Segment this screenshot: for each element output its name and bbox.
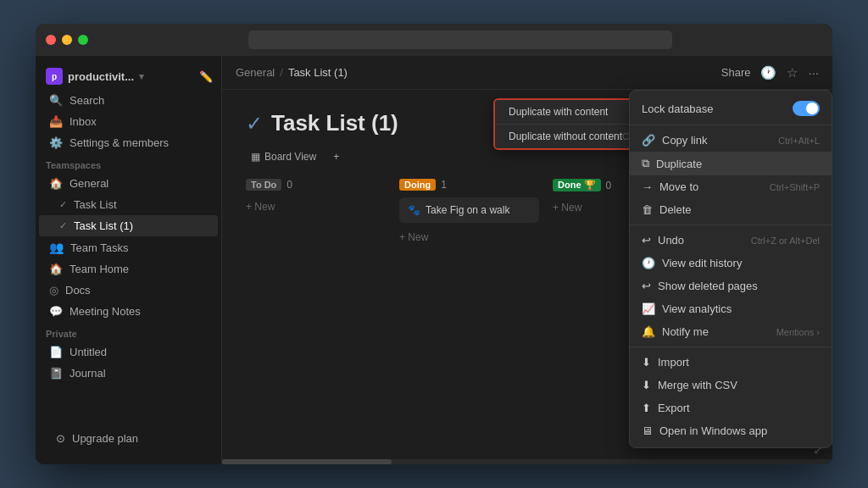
sidebar-item-task-list-1[interactable]: ✓ Task List (1) [39,215,218,236]
titlebar [36,24,832,56]
traffic-lights [46,35,88,45]
minimize-button[interactable] [62,35,72,45]
lock-database-row: Lock database [630,96,832,121]
column-todo: To Do 0 + New [246,179,386,247]
menu-item-notify-me[interactable]: 🔔 Notify me Mentions › [630,320,832,343]
sidebar-item-settings[interactable]: ⚙️ Settings & members [39,132,218,153]
share-button[interactable]: Share [721,66,751,79]
column-doing: Doing 1 🐾 Take Fig on a walk + New [399,179,539,247]
doing-add-new[interactable]: + New [399,228,539,247]
analytics-icon: 📈 [642,302,655,315]
export-icon: ⬆ [642,402,651,414]
app-window: p productivit... ▾ ✏️ 🔍 Search 📥 Inbox ⚙… [36,24,832,464]
merge-icon: ⬇ [642,379,651,391]
upgrade-icon: ⊙ [56,432,65,445]
duplicate-icon: ⧉ [642,157,649,170]
menu-item-import[interactable]: ⬇ Import [630,351,832,374]
close-button[interactable] [46,35,56,45]
docs-icon: ◎ [49,284,58,297]
doing-badge: Doing [399,179,436,191]
notify-icon: 🔔 [642,325,655,338]
sidebar-item-meeting-notes[interactable]: 💬 Meeting Notes [39,301,218,322]
menu-item-show-deleted[interactable]: ↩ Show deleted pages [630,274,832,297]
url-bar[interactable] [248,30,672,49]
scrollbar-thumb[interactable] [222,459,392,464]
upgrade-plan-button[interactable]: ⊙ Upgrade plan [46,428,211,449]
breadcrumb-page: Task List (1) [288,66,348,79]
card-icon: 🐾 [408,204,420,216]
edit-icon[interactable]: ✏️ [199,70,213,83]
sidebar: p productivit... ▾ ✏️ 🔍 Search 📥 Inbox ⚙… [36,56,222,464]
sidebar-item-team-home[interactable]: 🏠 Team Home [39,258,218,280]
topbar-actions: Share 🕐 ☆ ··· [721,65,819,80]
team-home-icon: 🏠 [49,263,63,275]
menu-divider-2 [630,225,832,225]
move-to-icon: → [642,180,653,193]
menu-item-move-to[interactable]: → Move to Ctrl+Shift+P [630,175,832,198]
teamspaces-label: Teamspaces [36,153,221,173]
sidebar-item-general[interactable]: 🏠 General [39,173,218,194]
general-icon: 🏠 [49,177,63,190]
upgrade-section: ⊙ Upgrade plan [36,423,221,458]
breadcrumb: General / Task List (1) [236,66,348,79]
sidebar-item-journal[interactable]: 📓 Journal [39,363,218,384]
sidebar-item-task-list[interactable]: ✓ Task List [39,194,218,215]
menu-item-view-analytics[interactable]: 📈 View analytics [630,297,832,320]
board-view-button[interactable]: ▦ Board View [246,148,321,165]
maximize-button[interactable] [78,35,88,45]
star-icon[interactable]: ☆ [787,65,798,80]
lock-toggle[interactable] [793,101,820,116]
more-icon[interactable]: ··· [808,65,819,80]
add-view-button[interactable]: + [328,148,344,165]
column-doing-header: Doing 1 [399,179,539,191]
sidebar-item-docs[interactable]: ◎ Docs [39,280,218,301]
copy-link-icon: 🔗 [642,134,655,147]
menu-item-open-windows[interactable]: 🖥 Open in Windows app [630,419,832,442]
workspace-name[interactable]: p productivit... ▾ [46,68,144,85]
done-count: 0 [606,180,612,191]
menu-item-undo[interactable]: ↩ Undo Ctrl+Z or Alt+Del [630,229,832,252]
private-label: Private [36,322,221,341]
horizontal-scrollbar[interactable] [222,459,832,464]
sidebar-item-search[interactable]: 🔍 Search [39,90,218,111]
app-body: p productivit... ▾ ✏️ 🔍 Search 📥 Inbox ⚙… [36,56,832,464]
page-title-icon: ✓ [246,112,263,136]
main-content: General / Task List (1) Share 🕐 ☆ ··· ✓ … [222,56,832,464]
sidebar-item-inbox[interactable]: 📥 Inbox [39,111,218,132]
check-icon: ✓ [59,199,67,210]
team-tasks-icon: 👥 [49,241,64,254]
import-icon: ⬇ [642,356,651,369]
board-view-icon: ▦ [251,151,260,163]
context-menu: Lock database 🔗 Copy link Ctrl+Alt+L ⧉ [629,90,832,448]
sidebar-item-untitled[interactable]: 📄 Untitled [39,341,218,363]
todo-badge: To Do [246,179,281,191]
doing-count: 1 [441,179,447,191]
doing-card[interactable]: 🐾 Take Fig on a walk [399,197,539,223]
menu-item-duplicate[interactable]: ⧉ Duplicate [630,152,832,175]
move-to-shortcut: Ctrl+Shift+P [770,182,820,192]
todo-add-new[interactable]: + New [246,197,386,216]
menu-item-merge-csv[interactable]: ⬇ Merge with CSV [630,374,832,396]
column-todo-header: To Do 0 [246,179,386,191]
breadcrumb-workspace: General [236,66,275,79]
toggle-knob [806,103,818,114]
clock-icon[interactable]: 🕐 [760,65,776,80]
untitled-icon: 📄 [49,346,63,358]
show-deleted-icon: ↩ [642,280,651,292]
menu-item-delete[interactable]: 🗑 Delete [630,198,832,221]
menu-item-copy-link[interactable]: 🔗 Copy link Ctrl+Alt+L [630,129,832,152]
sidebar-item-team-tasks[interactable]: 👥 Team Tasks [39,236,218,258]
history-icon: 🕐 [642,257,655,269]
menu-divider-1 [630,125,832,125]
menu-item-export[interactable]: ⬆ Export [630,396,832,419]
todo-count: 0 [287,179,292,191]
menu-divider-3 [630,347,832,347]
journal-icon: 📓 [49,367,63,380]
breadcrumb-sep: / [280,66,283,79]
inbox-icon: 📥 [49,115,63,128]
menu-item-view-edit-history[interactable]: 🕐 View edit history [630,252,832,274]
workspace-header: p productivit... ▾ ✏️ [36,63,221,90]
undo-shortcut: Ctrl+Z or Alt+Del [751,236,820,246]
check-icon-active: ✓ [59,220,67,231]
done-badge: Done 🏆 [553,179,601,191]
